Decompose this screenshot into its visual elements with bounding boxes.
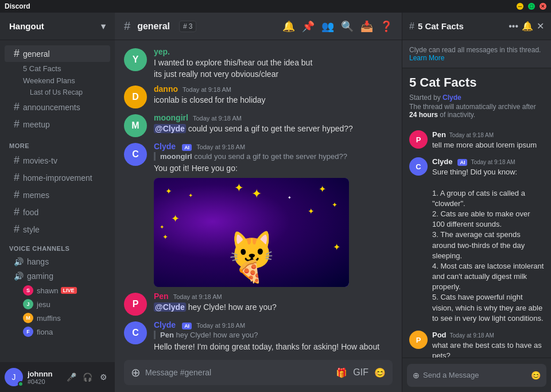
pin-icon[interactable]: 📌 (302, 20, 315, 33)
sidebar-item-memes[interactable]: # memes (5, 187, 110, 203)
title-bar: Discord ─ □ ✕ (0, 0, 551, 13)
message-author: Pen (154, 292, 169, 301)
microphone-button[interactable]: 🎤 (64, 370, 78, 384)
hash-icon: # (14, 118, 20, 130)
channel-title: general (137, 21, 170, 32)
add-content-icon[interactable]: ⊕ (413, 371, 420, 380)
thread-item-cat-facts[interactable]: 5 Cat Facts (5, 63, 110, 75)
members-icon[interactable]: 👥 (321, 20, 334, 33)
voice-user-shawn[interactable]: S shawn LIVE (5, 284, 110, 297)
voice-username: fiona (37, 328, 53, 336)
settings-button[interactable]: ⚙ (96, 370, 110, 384)
search-icon[interactable]: 🔍 (341, 20, 354, 33)
thread-item-weekend[interactable]: Weekend Plans (5, 75, 110, 87)
notification-icon[interactable]: 🔔 (522, 21, 533, 32)
app-name: Discord (5, 2, 30, 10)
mention[interactable]: @Clyde (154, 302, 186, 312)
channel-name: home-improvement (23, 173, 92, 183)
gift-icon[interactable]: 🎁 (336, 367, 347, 378)
voice-user-jesu[interactable]: J jesu (5, 297, 110, 311)
headphone-button[interactable]: 🎧 (80, 370, 94, 384)
thread-message-author: Pen (432, 130, 446, 139)
message-group: D danno Today at 9:18 AM iconlab is clos… (115, 82, 402, 111)
thread-message-content: Clyde AI Today at 9:18 AM Sure thing! Di… (432, 157, 544, 324)
thread-message-content: Pod Today at 9:18 AM what are the best c… (432, 331, 544, 358)
close-thread-button[interactable]: ✕ (537, 21, 544, 32)
sidebar-item-meetup[interactable]: # meetup (5, 116, 110, 133)
emoji-icon[interactable]: 😊 (531, 371, 541, 380)
sidebar-item-style[interactable]: # style (5, 221, 110, 238)
channel-header: # general # 3 🔔 📌 👥 🔍 📥 ❓ (115, 13, 402, 40)
thread-message: P Pen Today at 9:18 AM tell me more abou… (402, 127, 551, 154)
message-quote[interactable]: moongirl could you send a gif to get the… (154, 152, 393, 161)
voice-user-fiona[interactable]: F fiona (5, 325, 110, 339)
message-author: Clyde (154, 320, 176, 329)
maximize-button[interactable]: □ (528, 3, 535, 10)
sidebar-item-announcements[interactable]: # announcements (5, 99, 110, 115)
help-icon[interactable]: ❓ (380, 20, 393, 33)
ai-badge: AI (457, 159, 467, 166)
sidebar-item-movies[interactable]: # movies-tv (5, 152, 110, 169)
message-group: C Clyde AI Today at 9:18 AM Pen hey Clyd… (115, 318, 402, 353)
gif-icon[interactable]: GIF (353, 367, 368, 378)
add-content-button[interactable]: ⊕ (131, 366, 141, 379)
thread-message-header: Pod Today at 9:18 AM (432, 331, 544, 339)
more-label: MORE (0, 140, 115, 152)
thread-message-input[interactable] (423, 371, 527, 379)
thread-message-header: Clyde AI Today at 9:18 AM (432, 157, 544, 166)
cat-image: ✦ ✦ ✦ ✦ ✦ ✦ ✦ ✦ ✦ 🐱 🍕 ✦ (154, 178, 349, 287)
sidebar-item-food[interactable]: # food (5, 204, 110, 220)
hash-icon: # (14, 206, 20, 218)
hash-icon: # (14, 223, 20, 235)
message-time: Today at 9:18 AM (173, 293, 222, 300)
emoji-icon[interactable]: 😊 (374, 367, 386, 378)
thread-message-author: Clyde (432, 157, 452, 166)
avatar: Y (124, 48, 147, 71)
close-button[interactable]: ✕ (540, 3, 546, 10)
avatar: C (409, 157, 428, 176)
thread-header-actions: ••• 🔔 ✕ (509, 21, 544, 32)
voice-channel-gaming[interactable]: 🔊 gaming (5, 269, 110, 283)
thread-message-time: Today at 9:18 AM (471, 159, 515, 165)
chat-messages-list: Y yep. I wanted to explore this/hear out… (115, 40, 402, 353)
message-content: danno Today at 9:18 AM iconlab is closed… (154, 84, 393, 108)
thread-owner: Clyde (443, 94, 461, 102)
message-author: moongirl (154, 113, 188, 122)
voice-channel-name: gaming (27, 271, 53, 281)
hash-icon: # (14, 172, 20, 184)
sub-thread-item[interactable]: Last of Us Recap (5, 87, 110, 98)
avatar: M (124, 114, 147, 137)
minimize-button[interactable]: ─ (517, 3, 523, 10)
thread-message-text: Sure thing! Did you know: 1. A group of … (432, 167, 544, 324)
bell-icon[interactable]: 🔔 (282, 20, 295, 33)
thread-message: P Pod Today at 9:18 AM what are the best… (402, 327, 551, 358)
speaker-icon: 🔊 (14, 257, 24, 266)
user-panel: J johnnn #0420 🎤 🎧 ⚙ (0, 362, 115, 392)
channel-name: food (23, 208, 38, 217)
user-controls: 🎤 🎧 ⚙ (64, 370, 110, 384)
voice-username: jesu (37, 300, 51, 309)
avatar: D (124, 86, 147, 108)
inbox-icon[interactable]: 📥 (360, 20, 373, 33)
message-text: You got it! Here you go: (154, 163, 393, 174)
message-quote[interactable]: Pen hey Clyde! how are you? (154, 331, 393, 339)
mention[interactable]: @Clyde (154, 124, 186, 133)
server-header[interactable]: Hangout ▾ (0, 13, 115, 40)
sidebar-item-home[interactable]: # home-improvement (5, 169, 110, 186)
channel-name: memes (23, 191, 49, 200)
server-name: Hangout (9, 21, 44, 31)
message-input[interactable] (145, 368, 331, 377)
thread-badge[interactable]: # 3 (179, 21, 196, 32)
thread-meta: Started by Clyde (409, 94, 544, 102)
avatar: J (23, 299, 33, 309)
voice-user-muffins[interactable]: M muffins (5, 311, 110, 325)
overflow-menu-button[interactable]: ••• (509, 21, 518, 32)
sidebar-item-general[interactable]: # general (5, 45, 110, 62)
avatar: M (23, 313, 33, 323)
voice-channel-hangs[interactable]: 🔊 hangs (5, 255, 110, 269)
voice-section: VOICE CHANNELS 🔊 hangs 🔊 gaming S shawn … (0, 240, 115, 341)
message-text: I wanted to explore this/hear out the id… (154, 57, 393, 80)
message-group: P Pen Today at 9:18 AM @Clyde hey Clyde!… (115, 289, 402, 318)
thread-message-header: Pen Today at 9:18 AM (432, 130, 544, 139)
learn-more-link[interactable]: Learn More (409, 54, 444, 62)
